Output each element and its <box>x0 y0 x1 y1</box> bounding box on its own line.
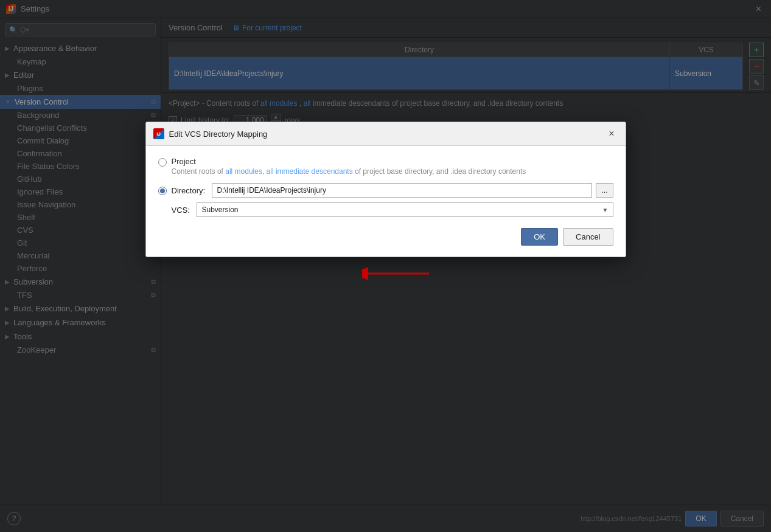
modal-ok-button[interactable]: OK <box>521 228 558 246</box>
project-radio-label: Project <box>172 157 526 166</box>
modal-overlay: IJ Edit VCS Directory Mapping × Project … <box>0 0 771 532</box>
directory-radio-button[interactable] <box>158 187 167 195</box>
directory-radio-option[interactable]: Directory: ... <box>158 183 613 198</box>
modal-app-icon: IJ <box>153 128 164 139</box>
modal-title-bar: IJ Edit VCS Directory Mapping × <box>146 122 626 146</box>
modal-buttons: OK Cancel <box>158 228 613 246</box>
vcs-select-row: VCS: Git Mercurial Subversion Perforce C… <box>172 202 613 217</box>
modal-body: Project Content roots of all modules, al… <box>146 146 626 257</box>
vcs-label: VCS: <box>172 206 193 215</box>
project-radio-sublabel: Content roots of all modules, all immedi… <box>172 167 526 176</box>
modal-icon-label: IJ <box>156 131 161 137</box>
vcs-dropdown[interactable]: Git Mercurial Subversion Perforce CVS TF… <box>197 202 613 217</box>
vcs-select-wrapper: Git Mercurial Subversion Perforce CVS TF… <box>197 202 613 217</box>
modal-cancel-button[interactable]: Cancel <box>563 228 613 246</box>
project-radio-option[interactable]: Project Content roots of all modules, al… <box>158 157 613 176</box>
project-radio-button[interactable] <box>158 158 167 167</box>
modal-close-button[interactable]: × <box>605 127 618 140</box>
directory-path-input[interactable] <box>212 183 593 198</box>
edit-vcs-dialog: IJ Edit VCS Directory Mapping × Project … <box>145 122 626 257</box>
directory-label: Directory: <box>172 186 208 195</box>
all-modules-highlight: all modules <box>225 167 262 176</box>
modal-title-text: Edit VCS Directory Mapping <box>169 130 268 139</box>
modal-title-left: IJ Edit VCS Directory Mapping <box>153 128 268 139</box>
directory-input-row: Directory: ... <box>172 183 613 198</box>
project-option-content: Project Content roots of all modules, al… <box>172 157 526 176</box>
all-immediate-highlight: all immediate descendants <box>267 167 353 176</box>
browse-directory-button[interactable]: ... <box>596 183 613 198</box>
